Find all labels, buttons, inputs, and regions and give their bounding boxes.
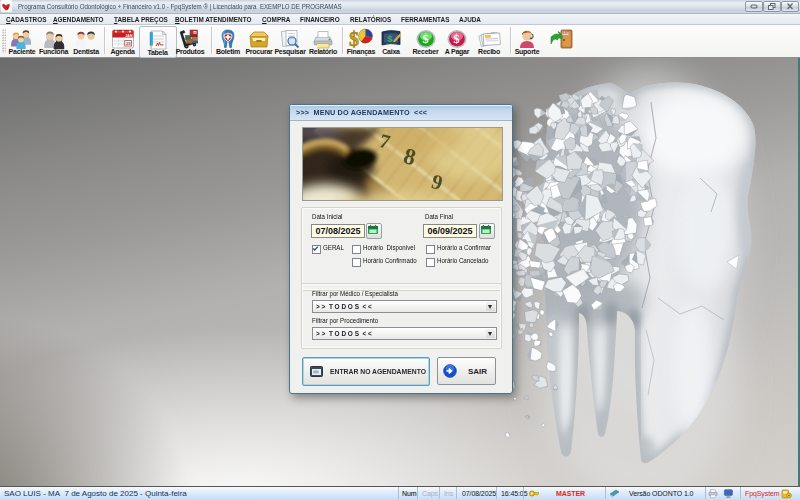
svg-text:JAN: JAN (125, 34, 133, 38)
svg-text:29: 29 (126, 41, 131, 46)
svg-text:$: $ (422, 32, 428, 46)
svg-text:$: $ (349, 28, 359, 50)
svg-text:$: $ (388, 34, 393, 44)
svg-text:EXIT: EXIT (563, 31, 570, 35)
svg-text:$: $ (454, 32, 460, 46)
